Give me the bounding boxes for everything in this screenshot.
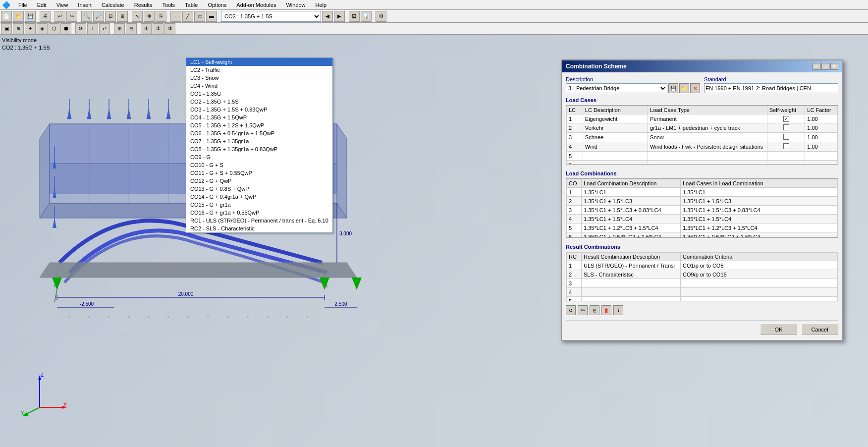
dropdown-item-lc2[interactable]: LC2 - Traffic bbox=[186, 66, 332, 74]
menu-tools[interactable]: Tools bbox=[160, 1, 177, 9]
menu-options[interactable]: Options bbox=[206, 1, 228, 9]
load-case-dropdown[interactable]: LC1 - Self-weight LC2 - Traffic LC3 - Sn… bbox=[186, 57, 333, 233]
close-button[interactable]: ✕ bbox=[830, 63, 838, 70]
dropdown-item-co2[interactable]: CO2 - 1.35G + 1.5S bbox=[186, 98, 332, 106]
dropdown-item-co13[interactable]: CO13 - G + 0.8S + QwP bbox=[186, 185, 332, 193]
t2-btn10[interactable]: ⊞ bbox=[114, 23, 125, 34]
t2-btn6[interactable]: ⬢ bbox=[60, 23, 71, 34]
print-btn[interactable]: 🖨 bbox=[40, 11, 51, 22]
menu-edit[interactable]: Edit bbox=[35, 1, 49, 9]
new-btn[interactable]: 📄 bbox=[1, 11, 12, 22]
self-weight-checkbox[interactable] bbox=[783, 134, 789, 140]
t2-btn8[interactable]: ↕ bbox=[87, 23, 98, 34]
refresh-btn[interactable]: ↺ bbox=[566, 305, 576, 315]
dropdown-item-co11[interactable]: CO11 - G + S + 0.55QwP bbox=[186, 169, 332, 177]
dropdown-item-co8[interactable]: CO8 - 1.35G + 1.35gr1a + 0.83QwP bbox=[186, 145, 332, 153]
t2-btn1[interactable]: ▣ bbox=[1, 23, 12, 34]
delete-desc-btn[interactable]: ✕ bbox=[690, 83, 700, 93]
prev-case-btn[interactable]: ◀ bbox=[322, 11, 333, 22]
minimize-button[interactable]: ─ bbox=[813, 63, 820, 70]
dropdown-item-co1[interactable]: CO1 - 1.35G bbox=[186, 90, 332, 98]
dropdown-item-co6[interactable]: CO6 - 1.35G + 0.54gr1a + 1.5QwP bbox=[186, 129, 332, 137]
line-btn[interactable]: ╱ bbox=[182, 11, 193, 22]
maximize-button[interactable]: □ bbox=[821, 63, 829, 70]
description-combo[interactable]: 3 - Pedestrian Bridge bbox=[566, 83, 667, 93]
dropdown-item-co14[interactable]: CO14 - G + 0.4gr1a + QwP bbox=[186, 193, 332, 201]
menu-insert[interactable]: Insert bbox=[76, 1, 94, 9]
lc-sw bbox=[767, 152, 805, 161]
lc-type: Permanent bbox=[648, 114, 767, 123]
menu-table[interactable]: Table bbox=[183, 1, 200, 9]
coordinate-axes: Z X Y bbox=[20, 368, 69, 417]
dropdown-item-co4[interactable]: CO4 - 1.35G + 1.5QwP bbox=[186, 113, 332, 121]
zoom-out-btn[interactable]: 🔎 bbox=[93, 11, 104, 22]
dropdown-item-co10[interactable]: CO10 - G + S bbox=[186, 161, 332, 169]
menu-help[interactable]: Help bbox=[314, 1, 329, 9]
menu-view[interactable]: View bbox=[54, 1, 70, 9]
t2-btn14[interactable]: ③ bbox=[164, 23, 175, 34]
settings-btn[interactable]: ⚙ bbox=[376, 11, 386, 22]
co-num: 4 bbox=[567, 215, 582, 224]
menu-file[interactable]: File bbox=[16, 1, 29, 9]
dropdown-item-rc2[interactable]: RC2 - SLS - Characteristic bbox=[186, 224, 332, 232]
cancel-button[interactable]: Cancel bbox=[801, 324, 838, 335]
dropdown-item-lc1[interactable]: LC1 - Self-weight bbox=[186, 58, 332, 66]
dropdown-item-lc3[interactable]: LC3 - Snow bbox=[186, 74, 332, 82]
dropdown-item-co3[interactable]: CO3 - 1.35G + 1.5S + 0.83QwP bbox=[186, 106, 332, 113]
dropdown-item-rc1[interactable]: RC1 - ULS (STR/GEO) - Permanent / transi… bbox=[186, 217, 332, 224]
t2-btn5[interactable]: ⬡ bbox=[49, 23, 59, 34]
self-weight-checkbox[interactable] bbox=[783, 116, 789, 122]
select-btn[interactable]: ↖ bbox=[132, 11, 143, 22]
dropdown-item-co5[interactable]: CO5 - 1.35G + 1.2S + 1.5QwP bbox=[186, 121, 332, 129]
move-btn[interactable]: ✥ bbox=[144, 11, 155, 22]
dropdown-item-co9[interactable]: CO9 - G bbox=[186, 153, 332, 161]
self-weight-checkbox[interactable] bbox=[783, 124, 789, 130]
dialog-controls: ─ □ ✕ bbox=[813, 63, 838, 70]
save-desc-btn[interactable]: 💾 bbox=[668, 83, 678, 93]
dropdown-item-co7[interactable]: CO7 - 1.35G + 1.35gr1a bbox=[186, 137, 332, 145]
redo-btn[interactable]: ↪ bbox=[66, 11, 77, 22]
zoom-in-btn[interactable]: 🔍 bbox=[81, 11, 92, 22]
dialog-body: Description 3 - Pedestrian Bridge 💾 📁 ✕ … bbox=[562, 72, 842, 340]
render-btn[interactable]: 🖼 bbox=[349, 11, 360, 22]
menu-results[interactable]: Results bbox=[132, 1, 155, 9]
t2-btn4[interactable]: ◈ bbox=[37, 23, 48, 34]
ok-button[interactable]: OK bbox=[760, 324, 797, 335]
menu-calculate[interactable]: Calculate bbox=[100, 1, 126, 9]
dropdown-item-lc4[interactable]: LC4 - Wind bbox=[186, 82, 332, 90]
t2-btn13[interactable]: ② bbox=[153, 23, 163, 34]
t2-btn7[interactable]: ⟳ bbox=[75, 23, 86, 34]
t2-btn2[interactable]: ⊕ bbox=[13, 23, 24, 34]
menu-addons[interactable]: Add-on Modules bbox=[234, 1, 278, 9]
lc-factor bbox=[805, 152, 838, 161]
info-btn[interactable]: ℹ bbox=[613, 305, 623, 315]
undo-btn[interactable]: ↩ bbox=[54, 11, 65, 22]
save-btn[interactable]: 💾 bbox=[25, 11, 36, 22]
copy2-btn[interactable]: ⎘ bbox=[590, 305, 599, 315]
standard-input[interactable] bbox=[704, 83, 838, 93]
surface-btn[interactable]: ▭ bbox=[194, 11, 205, 22]
load-case-combo[interactable]: CO2 : 1.35G + 1.5S bbox=[221, 11, 321, 21]
node-btn[interactable]: · bbox=[170, 11, 181, 22]
lc-desc: Verkehr bbox=[583, 123, 648, 133]
delete-btn[interactable]: 🗑 bbox=[601, 305, 611, 315]
solid-btn[interactable]: ▬ bbox=[206, 11, 217, 22]
dropdown-item-co16[interactable]: CO16 - G + gr1a + 0.55QwP bbox=[186, 209, 332, 217]
edit-btn[interactable]: ✏ bbox=[578, 305, 588, 315]
copy-btn[interactable]: ⎘ bbox=[156, 11, 166, 22]
rc-criteria-header: Combination Criteria bbox=[681, 253, 838, 261]
t2-btn3[interactable]: ✦ bbox=[25, 23, 36, 34]
render2-btn[interactable]: 📊 bbox=[361, 11, 372, 22]
t2-btn11[interactable]: ⊟ bbox=[126, 23, 137, 34]
t2-btn9[interactable]: ⇄ bbox=[99, 23, 110, 34]
next-case-btn[interactable]: ▶ bbox=[334, 11, 345, 22]
dropdown-item-co12[interactable]: CO12 - G + QwP bbox=[186, 177, 332, 185]
open-btn[interactable]: 📂 bbox=[13, 11, 24, 22]
menu-window[interactable]: Window bbox=[284, 1, 307, 9]
self-weight-checkbox[interactable] bbox=[783, 143, 789, 149]
folder-btn[interactable]: 📁 bbox=[679, 83, 689, 93]
t2-btn12[interactable]: ① bbox=[141, 23, 152, 34]
dropdown-item-co15[interactable]: CO15 - G + gr1a bbox=[186, 201, 332, 209]
zoom-all-btn[interactable]: ⊡ bbox=[105, 11, 116, 22]
zoom-select-btn[interactable]: ⊞ bbox=[117, 11, 128, 22]
